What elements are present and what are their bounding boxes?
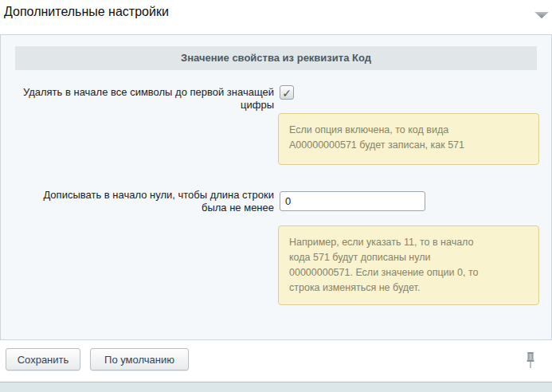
pad-length-input[interactable]: [280, 191, 425, 211]
save-button[interactable]: Сохранить: [6, 348, 80, 370]
bottom-panel-edge: [0, 382, 552, 392]
additional-settings-window: Дополнительные настройки Значение свойст…: [0, 0, 552, 392]
strip-option-hint: Если опция включена, то код видаA0000000…: [278, 113, 539, 165]
group-title: Значение свойства из реквизита Код: [15, 46, 537, 70]
settings-panel: Значение свойства из реквизита Код Удаля…: [0, 34, 552, 340]
page-title: Дополнительные настройки: [4, 5, 169, 19]
strip-option-checkbox[interactable]: ✓: [280, 85, 294, 100]
pad-option-label: Дописывать в начало нули, чтобы длина ст…: [10, 189, 274, 214]
strip-option-label: Удалять в начале все символы до первой з…: [10, 86, 274, 112]
defaults-button[interactable]: По умолчанию: [90, 348, 189, 370]
pad-option-hint: Например, если указать 11, то в началоко…: [278, 225, 539, 305]
pin-icon[interactable]: [526, 351, 535, 369]
chevron-down-icon[interactable]: [534, 8, 550, 16]
checkmark-icon: ✓: [282, 87, 292, 100]
